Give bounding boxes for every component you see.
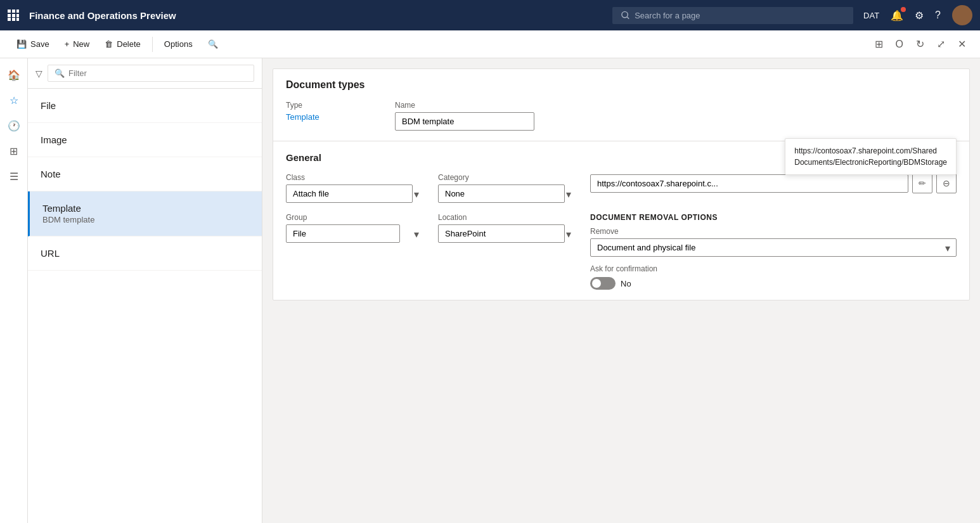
sidebar-icon-panel: 🏠 ☆ 🕐 ⊞ ☰ [0,58,28,523]
class-select[interactable]: Attach file URL Note [286,184,413,203]
edit-url-button[interactable]: ✏ [912,173,932,193]
user-avatar[interactable] [952,5,972,25]
search-toolbar-button[interactable]: 🔍 [202,36,224,53]
category-select[interactable]: None Category A [438,184,565,203]
list-item-url[interactable]: URL [28,236,262,271]
toolbar-divider [152,37,153,52]
type-group: Type Template [286,101,375,131]
expand-icon[interactable]: ⤢ [933,34,949,54]
save-button[interactable]: 💾 Save [10,36,56,53]
remove-label: Remove [590,227,957,236]
save-icon: 💾 [16,39,27,49]
filter-input-wrapper: 🔍 [48,65,254,82]
global-search[interactable] [612,7,853,24]
more-url-button[interactable]: ⊖ [936,173,957,193]
fields-grid: Class Attach file URL Note Category [286,173,957,203]
category-label: Category [438,173,577,182]
notification-dot [901,7,906,12]
name-input[interactable] [395,112,534,131]
svg-rect-0 [8,10,11,13]
list-item-image[interactable]: Image [28,123,262,157]
office-icon[interactable]: O [892,35,907,54]
list-panel-header: ▽ 🔍 [28,58,262,89]
document-types-section: Document types Type Template Name Genera… [273,68,970,300]
close-icon[interactable]: ✕ [954,34,970,54]
filter-search-icon: 🔍 [55,68,65,78]
sidebar-home-icon[interactable]: 🏠 [3,63,25,86]
removal-section: DOCUMENT REMOVAL OPTIONS Remove Document… [590,213,957,290]
type-name-row: Type Template Name [286,101,957,131]
nav-grid-icon[interactable] [8,10,19,21]
remove-group: Remove Document and physical file Docume… [590,227,957,257]
section-title: Document types [286,79,957,91]
sharepoint-url-input[interactable] [590,174,908,193]
general-section: General None | SharePoint ▲ Class [273,141,969,300]
svg-rect-8 [16,18,19,21]
sidebar-favorites-icon[interactable]: ☆ [3,89,25,112]
class-group: Class Attach file URL Note [286,173,425,203]
list-item-note[interactable]: Note [28,157,262,191]
sharepoint-url-row: ✏ ⊖ [590,173,957,193]
list-item-file[interactable]: File [28,89,262,123]
location-label: Location [438,213,577,222]
location-select-wrapper: SharePoint Azure Blob Database [438,224,577,243]
sidebar-modules-icon[interactable]: ☰ [3,165,25,188]
nav-icons: DAT 🔔 ⚙ ? [863,5,972,25]
general-title: General [286,152,321,163]
ask-confirmation-label: Ask for confirmation [590,264,957,273]
group-label: Group [286,213,425,222]
sharepoint-url-group: https://contosoax7.sharepoint.com/Shared… [590,173,957,203]
name-label: Name [395,101,534,110]
filter-icon[interactable]: ▽ [35,68,42,79]
new-button[interactable]: + New [58,36,96,53]
group-select[interactable]: File Image Note [286,224,400,243]
type-label: Type [286,101,375,110]
list-panel: ▽ 🔍 File Image Note Template BDM templat… [28,58,262,523]
removal-title: DOCUMENT REMOVAL OPTIONS [590,213,957,222]
name-group: Name [395,101,534,131]
search-input[interactable] [635,11,844,20]
remove-select[interactable]: Document and physical file Document only… [590,238,957,257]
ask-confirmation-toggle[interactable] [590,277,616,290]
toggle-value: No [621,279,631,288]
delete-button[interactable]: 🗑 Delete [98,36,147,53]
svg-rect-5 [16,14,19,17]
svg-rect-6 [8,18,11,21]
document-types-content: Document types Type Template Name [273,69,969,141]
type-value[interactable]: Template [286,112,375,122]
help-icon[interactable]: ? [935,10,941,21]
app-title: Finance and Operations Preview [29,10,176,21]
location-select[interactable]: SharePoint Azure Blob Database [438,224,565,243]
svg-line-10 [627,17,629,19]
svg-rect-4 [12,14,15,17]
options-button[interactable]: Options [158,36,199,53]
detail-panel: Document types Type Template Name Genera… [262,58,980,523]
toggle-thumb [592,279,601,288]
sidebar-workspaces-icon[interactable]: ⊞ [3,139,25,162]
category-select-wrapper: None Category A [438,184,577,203]
svg-rect-1 [12,10,15,13]
sidebar-recent-icon[interactable]: 🕐 [3,114,25,137]
environment-label: DAT [863,11,879,20]
personalize-icon[interactable]: ⊞ [871,34,887,54]
ask-confirmation-group: Ask for confirmation No [590,264,957,290]
list-items: File Image Note Template BDM template UR… [28,89,262,523]
settings-icon[interactable]: ⚙ [915,10,924,22]
sharepoint-tooltip: https://contosoax7.sharepoint.com/Shared… [785,138,957,175]
delete-icon: 🗑 [105,39,113,49]
remove-select-wrapper: Document and physical file Document only… [590,238,957,257]
toolbar-right: ⊞ O ↻ ⤢ ✕ [871,34,970,54]
search-toolbar-icon: 🔍 [208,39,218,49]
group-select-wrapper: File Image Note [286,224,425,243]
refresh-icon[interactable]: ↻ [912,34,928,54]
list-item-template[interactable]: Template BDM template [28,191,262,236]
main-layout: 🏠 ☆ 🕐 ⊞ ☰ ▽ 🔍 File Image Note Template [0,58,980,523]
group-group: Group File Image Note [286,213,425,290]
notifications-button[interactable]: 🔔 [891,10,903,22]
filter-input[interactable] [68,68,247,78]
class-select-wrapper: Attach file URL Note [286,184,425,203]
svg-point-9 [622,11,628,17]
svg-rect-7 [12,18,15,21]
svg-rect-2 [16,10,19,13]
category-group: Category None Category A [438,173,577,203]
